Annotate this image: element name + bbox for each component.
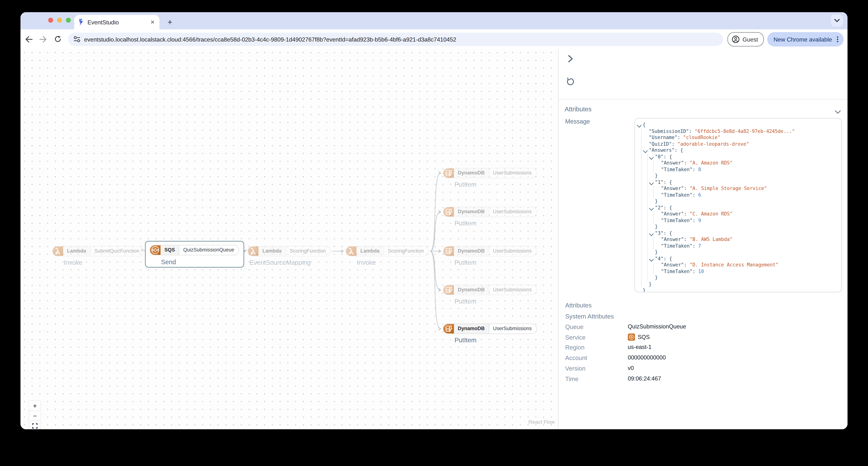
node-pill[interactable]: DynamoDBUserSubmissions bbox=[443, 323, 537, 334]
reactflow-attribution[interactable]: React Flow bbox=[528, 419, 555, 425]
node-pill[interactable]: LambdaScoringFunction bbox=[345, 246, 429, 257]
json-line[interactable]: "4": { bbox=[636, 256, 839, 262]
flow-node-lambda-ScoringFunction[interactable]: LambdaScoringFunctionInvoke bbox=[345, 246, 429, 266]
indent-guide bbox=[641, 179, 642, 186]
node-resource-label: UserSubmissions bbox=[489, 324, 536, 333]
close-window-button[interactable] bbox=[48, 18, 53, 23]
attribute-label: Queue bbox=[559, 323, 628, 330]
collapse-chevron-icon[interactable] bbox=[649, 206, 653, 210]
flow-node-lambda-SubmitQuizFunction[interactable]: LambdaSubmitQuizFunctionInvoke bbox=[52, 246, 144, 266]
node-pill[interactable]: DynamoDBUserSubmissions bbox=[443, 285, 537, 295]
indent-guide bbox=[641, 167, 642, 173]
fit-view-button[interactable] bbox=[29, 421, 40, 429]
attribute-value: SQS bbox=[628, 333, 650, 341]
tab-eventstudio[interactable]: EventStudio × bbox=[74, 15, 159, 29]
site-settings-icon[interactable] bbox=[74, 36, 80, 42]
json-line: } bbox=[636, 249, 839, 256]
flow-node-dynamodb-UserSubmissions[interactable]: DynamoDBUserSubmissionsPutItem bbox=[443, 207, 537, 227]
zoom-out-button[interactable]: − bbox=[29, 411, 40, 421]
node-resource-label: ScoringFunction bbox=[285, 246, 330, 256]
indent-guide bbox=[647, 230, 648, 237]
collapse-chevron-icon[interactable] bbox=[649, 257, 653, 261]
json-key: "Answer" bbox=[661, 211, 684, 216]
message-json-viewer[interactable]: {"SubmissionID": "6ffdcbc5-8e8d-4a82-97e… bbox=[634, 118, 842, 292]
chrome-update-button[interactable]: New Chrome available bbox=[768, 32, 844, 46]
json-punctuation: } bbox=[655, 198, 658, 204]
message-label: Message bbox=[565, 118, 590, 125]
close-tab-icon[interactable]: × bbox=[149, 18, 156, 26]
json-line: "TimeTaken": 10 bbox=[636, 268, 839, 275]
json-line: } bbox=[636, 198, 839, 205]
collapse-chevron-icon[interactable] bbox=[643, 148, 647, 153]
attributes-header[interactable]: Attributes bbox=[565, 106, 592, 112]
replay-icon bbox=[566, 77, 575, 86]
indent-guide bbox=[653, 160, 654, 167]
attribute-row-queue: QueueQuizSubmissionQueue bbox=[559, 322, 847, 331]
profile-button[interactable]: Guest bbox=[727, 32, 764, 46]
json-key: "Username" bbox=[649, 135, 677, 140]
node-resource-label: ScoringFunction bbox=[383, 246, 428, 256]
collapse-chevron-icon[interactable] bbox=[637, 123, 641, 127]
minimize-window-button[interactable] bbox=[57, 18, 62, 23]
tab-search-button[interactable] bbox=[831, 14, 843, 27]
forward-button[interactable] bbox=[37, 33, 49, 45]
json-line[interactable]: "3": { bbox=[636, 230, 839, 237]
indent-guide bbox=[647, 211, 648, 217]
flow-node-dynamodb-UserSubmissions[interactable]: DynamoDBUserSubmissionsPutItem bbox=[443, 323, 537, 343]
indent-guide bbox=[653, 262, 654, 268]
json-key: "TimeTaken" bbox=[661, 167, 692, 172]
kebab-menu-icon[interactable] bbox=[834, 35, 841, 43]
replay-button[interactable] bbox=[566, 77, 575, 86]
attribute-section-label: Attributes bbox=[559, 302, 592, 308]
attribute-value: QuizSubmissionQueue bbox=[628, 323, 686, 329]
zoom-in-button[interactable]: + bbox=[29, 401, 40, 411]
flow-canvas[interactable]: LambdaSubmitQuizFunctionInvokeSQSQuizSub… bbox=[21, 49, 558, 429]
json-punctuation: : bbox=[684, 262, 689, 267]
json-line[interactable]: "1": { bbox=[636, 179, 839, 186]
flow-node-dynamodb-UserSubmissions[interactable]: DynamoDBUserSubmissionsPutItem bbox=[443, 285, 537, 304]
indent-guide bbox=[641, 262, 642, 268]
attributes-collapse-button[interactable] bbox=[835, 106, 841, 116]
indent-guide bbox=[647, 236, 648, 243]
node-operation-label: Invoke bbox=[345, 259, 429, 266]
node-pill[interactable]: DynamoDBUserSubmissions bbox=[443, 207, 537, 217]
reload-button[interactable] bbox=[52, 33, 64, 45]
json-line: } bbox=[636, 275, 839, 281]
json-key: "2" bbox=[655, 205, 663, 210]
tab-strip: EventStudio × + bbox=[21, 12, 847, 29]
flow-node-dynamodb-UserSubmissions[interactable]: DynamoDBUserSubmissionsPutItem bbox=[443, 246, 537, 266]
json-line[interactable]: "0": { bbox=[636, 154, 839, 160]
address-bar[interactable]: eventstudio.localhost.localstack.cloud:4… bbox=[68, 32, 723, 46]
json-line: } bbox=[636, 288, 839, 292]
node-operation-label: Send bbox=[150, 259, 239, 265]
node-pill[interactable]: SQSQuizSubmissionQueue bbox=[150, 245, 239, 255]
new-tab-button[interactable]: + bbox=[164, 16, 176, 27]
node-service-label: Lambda bbox=[63, 246, 90, 256]
node-pill[interactable]: LambdaScoringFunction bbox=[247, 246, 331, 257]
back-button[interactable] bbox=[23, 33, 35, 45]
json-number-value: 8 bbox=[698, 167, 701, 172]
json-line[interactable]: "Answers": { bbox=[636, 147, 839, 154]
collapse-panel-button[interactable] bbox=[566, 54, 575, 63]
json-key: "Answer" bbox=[661, 160, 684, 166]
collapse-chevron-icon[interactable] bbox=[649, 180, 653, 184]
json-punctuation: : { bbox=[663, 256, 672, 261]
json-line[interactable]: "2": { bbox=[636, 205, 839, 211]
node-pill[interactable]: DynamoDBUserSubmissions bbox=[443, 168, 537, 178]
json-key: "TimeTaken" bbox=[661, 268, 692, 274]
json-string-value: "cloudRookie" bbox=[683, 135, 720, 140]
node-pill[interactable]: DynamoDBUserSubmissions bbox=[443, 246, 537, 257]
flow-node-dynamodb-UserSubmissions[interactable]: DynamoDBUserSubmissionsPutItem bbox=[443, 168, 537, 188]
node-pill[interactable]: LambdaSubmitQuizFunction bbox=[52, 246, 144, 257]
collapse-chevron-icon[interactable] bbox=[649, 231, 653, 235]
flow-node-sqs-QuizSubmissionQueue[interactable]: SQSQuizSubmissionQueueSend bbox=[145, 241, 244, 267]
indent-guide bbox=[653, 167, 654, 173]
maximize-window-button[interactable] bbox=[66, 18, 71, 23]
flow-node-lambda-ScoringFunction[interactable]: LambdaScoringFunctionEventSourceMapping bbox=[247, 246, 331, 266]
collapse-chevron-icon[interactable] bbox=[649, 155, 653, 159]
json-line[interactable]: { bbox=[636, 122, 839, 128]
indent-guide bbox=[653, 192, 654, 199]
attribute-label: Service bbox=[559, 334, 628, 341]
indent-guide bbox=[641, 256, 642, 262]
node-service-label: Lambda bbox=[356, 246, 383, 256]
